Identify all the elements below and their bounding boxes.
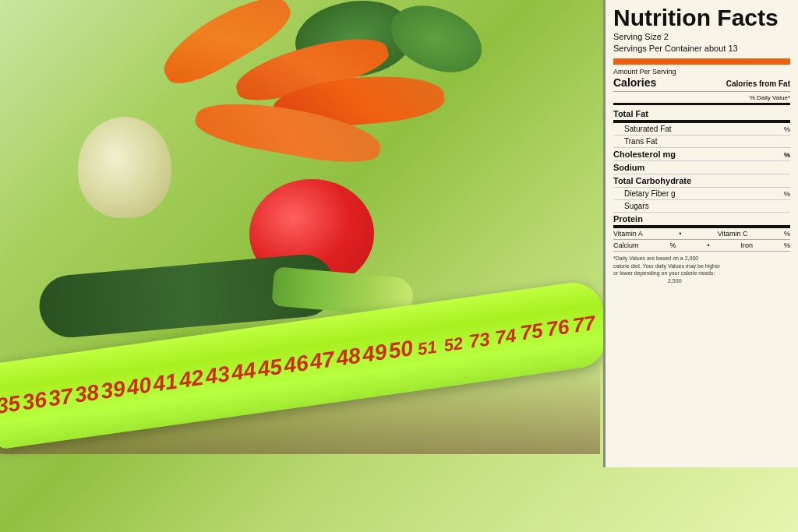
dietary-fiber-row: Dietary Fiber g % bbox=[613, 188, 790, 200]
tape-number: 75 bbox=[517, 318, 546, 345]
vitamin-c-value: % bbox=[784, 230, 790, 238]
tape-number: 76 bbox=[543, 315, 573, 342]
vegetable-scene: 35 36 37 38 39 40 41 42 43 44 45 46 47 4… bbox=[0, 0, 600, 454]
tape-number: 37 bbox=[46, 383, 76, 411]
sugars-label: Sugars bbox=[624, 202, 649, 210]
tape-number: 38 bbox=[72, 380, 101, 408]
calories-label: Calories bbox=[613, 76, 656, 89]
tape-number: 51 bbox=[413, 336, 442, 360]
total-fat-label: Total Fat bbox=[613, 109, 648, 118]
protein-label: Protein bbox=[613, 214, 643, 224]
serving-size-label: Serving Size bbox=[613, 32, 662, 41]
tape-number: 74 bbox=[491, 324, 520, 349]
sodium-row: Sodium bbox=[613, 161, 790, 174]
servings-per-value: about 13 bbox=[704, 44, 738, 53]
tape-number: 50 bbox=[386, 336, 415, 364]
servings-per-label: Servings Per Container bbox=[613, 44, 702, 53]
trans-fat-row: Trans Fat bbox=[613, 136, 790, 148]
cholesterol-value: % bbox=[784, 151, 790, 159]
tape-number: 73 bbox=[464, 328, 493, 353]
bell-pepper bbox=[78, 117, 171, 218]
iron-bullet: • bbox=[707, 241, 709, 249]
tape-number: 48 bbox=[334, 343, 363, 371]
tape-number: 46 bbox=[281, 351, 311, 379]
tape-number: 49 bbox=[360, 340, 390, 368]
tape-number: 44 bbox=[229, 358, 259, 386]
iron-label: Iron bbox=[741, 241, 754, 249]
calories-from-fat-label: Calories from Fat bbox=[726, 79, 790, 88]
amount-per-serving: Amount Per Serving bbox=[613, 68, 790, 76]
tape-number: 42 bbox=[177, 365, 207, 393]
cholesterol-label: Cholesterol mg bbox=[613, 150, 676, 159]
serving-size-value: 2 bbox=[664, 32, 669, 41]
vitamins-row-1: Vitamin A • Vitamin C % bbox=[613, 228, 790, 240]
tape-number: 43 bbox=[203, 361, 232, 389]
cholesterol-row: Cholesterol mg % bbox=[613, 148, 790, 161]
tape-number: 41 bbox=[150, 368, 180, 396]
calcium-label: Calcium bbox=[613, 241, 639, 249]
vitamins-row-2: Calcium % • Iron % bbox=[613, 240, 790, 252]
orange-divider-bar bbox=[613, 58, 790, 65]
calcium-value: % bbox=[669, 241, 676, 249]
saturated-fat-label: Saturated Fat bbox=[624, 125, 672, 133]
tape-number: 47 bbox=[307, 347, 337, 375]
vitamin-bullet-1: • bbox=[679, 230, 681, 238]
sodium-label: Sodium bbox=[613, 163, 644, 172]
daily-value-header: % Daily Value* bbox=[613, 94, 790, 105]
saturated-fat-value: % bbox=[784, 125, 790, 133]
footnote: *Daily Values are based on a 2,000 calor… bbox=[613, 255, 790, 285]
nutrition-title: Nutrition Facts bbox=[613, 6, 790, 30]
total-carb-label: Total Carbohydrate bbox=[613, 176, 691, 185]
servings-per-line: Servings Per Container about 13 bbox=[613, 43, 790, 55]
tape-number: 77 bbox=[569, 311, 598, 338]
tape-number: 36 bbox=[19, 387, 49, 415]
calories-row: Calories Calories from Fat bbox=[613, 76, 790, 92]
vitamin-c-label: Vitamin C bbox=[718, 230, 748, 238]
nutrition-facts-panel: Nutrition Facts Serving Size 2 Servings … bbox=[603, 0, 798, 467]
tape-number: 45 bbox=[255, 354, 284, 382]
total-fat-row: Total Fat bbox=[613, 107, 790, 123]
protein-row: Protein bbox=[613, 213, 790, 228]
tape-number: 52 bbox=[439, 333, 468, 356]
iron-value: % bbox=[784, 241, 790, 249]
tape-number: 40 bbox=[124, 372, 154, 400]
sugars-row: Sugars bbox=[613, 200, 790, 213]
trans-fat-label: Trans Fat bbox=[624, 137, 657, 146]
saturated-fat-row: Saturated Fat % bbox=[613, 123, 790, 136]
dietary-fiber-label: Dietary Fiber g bbox=[624, 189, 676, 198]
leaf-decoration-2 bbox=[385, 0, 488, 78]
dietary-fiber-value: % bbox=[784, 190, 790, 198]
tape-number: 39 bbox=[98, 376, 128, 404]
vitamin-a-label: Vitamin A bbox=[613, 230, 643, 238]
total-carb-row: Total Carbohydrate bbox=[613, 174, 790, 188]
serving-size-line1: Serving Size 2 bbox=[613, 31, 790, 43]
